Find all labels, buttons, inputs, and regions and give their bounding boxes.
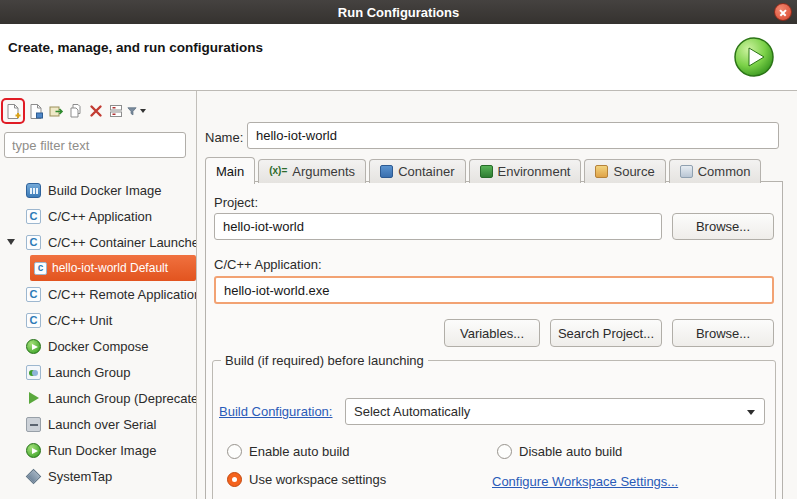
disable-auto-build-radio[interactable]: Disable auto build [497,444,622,459]
build-group-legend: Build (if required) before launching [221,353,428,368]
cpp-container-icon: C [26,235,41,250]
tree-item-label: Launch Group [48,365,130,380]
duplicate-button[interactable] [66,100,86,122]
config-editor: Name: Main (x)= Arguments Container Envi… [197,91,797,499]
tree-item-label: Build Docker Image [48,183,161,198]
tree-item-launch-group-deprecated[interactable]: Launch Group (Deprecated) [0,385,196,411]
tree-item-run-docker-image[interactable]: Run Docker Image [0,437,196,463]
build-configuration-value: Select Automatically [354,404,470,419]
application-input[interactable] [214,276,774,304]
tab-source[interactable]: Source [584,159,665,183]
project-browse-button[interactable]: Browse... [672,213,774,240]
arguments-icon: (x)= [269,165,287,178]
tab-label: Environment [498,164,571,179]
tab-label: Source [613,164,654,179]
application-label: C/C++ Application: [214,257,322,272]
new-launch-configuration-button[interactable] [3,100,23,122]
radio-icon [227,472,242,487]
radio-label: Disable auto build [519,444,622,459]
configure-workspace-settings-link[interactable]: Configure Workspace Settings... [492,474,678,489]
delete-icon [88,103,104,119]
window-title: Run Configurations [338,5,459,20]
launch-group-deprecated-icon [26,391,41,406]
cpp-unit-icon: C [26,313,41,328]
tree-item-cpp-container-launcher[interactable]: C C/C++ Container Launcher [0,229,196,255]
tree-item-cpp-unit[interactable]: C C/C++ Unit [0,307,196,333]
tree-item-label: C/C++ Container Launcher [48,235,196,250]
tree-item-build-docker-image[interactable]: Build Docker Image [0,177,196,203]
radio-label: Use workspace settings [249,472,386,487]
tree-item-systemtap[interactable]: SystemTap [0,463,196,489]
variables-button[interactable]: Variables... [444,319,540,347]
chevron-down-icon [140,109,146,113]
tree-item-launch-over-serial[interactable]: Launch over Serial [0,411,196,437]
close-icon[interactable] [774,3,792,21]
tree-item-label: hello-iot-world Default [52,261,168,275]
tree-item-docker-compose[interactable]: Docker Compose [0,333,196,359]
filter-icon [126,104,138,119]
delete-button[interactable] [86,100,106,122]
tree-item-label: C/C++ Remote Application [48,287,196,302]
export-icon [48,103,64,119]
tab-label: Common [698,164,751,179]
tab-container[interactable]: Container [369,159,465,183]
titlebar[interactable]: Run Configurations [0,0,797,24]
tree-item-label: SystemTap [48,469,112,484]
systemtap-icon [26,469,41,484]
tree-item-launch-group[interactable]: Launch Group [0,359,196,385]
build-before-launch-group: Build (if required) before launching Bui… [212,353,776,499]
launch-serial-icon [26,417,41,432]
build-configuration-link[interactable]: Build Configuration: [219,404,332,419]
common-icon [680,165,693,178]
project-input[interactable] [214,213,662,240]
launch-group-icon [26,365,41,380]
launch-toolbar [3,100,146,122]
container-icon [380,165,393,178]
enable-auto-build-radio[interactable]: Enable auto build [227,444,349,459]
tree-item-cpp-remote-application[interactable]: C C/C++ Remote Application [0,281,196,307]
dialog-header: Create, manage, and run configurations [0,24,797,91]
tree-item-label: C/C++ Unit [48,313,112,328]
environment-icon [480,165,493,178]
radio-icon [497,444,512,459]
collapse-all-button[interactable] [106,100,126,122]
build-docker-image-icon [26,183,41,198]
tab-label: Container [398,164,454,179]
new-config-icon [5,103,21,120]
cpp-application-icon: C [26,209,41,224]
new-prototype-icon [28,103,44,120]
tab-common[interactable]: Common [669,159,762,183]
export-button[interactable] [46,100,66,122]
tree-item-label: Run Docker Image [48,443,156,458]
filter-menu-button[interactable] [126,100,146,122]
tab-environment[interactable]: Environment [469,159,582,183]
tab-arguments[interactable]: (x)= Arguments [258,159,366,183]
application-browse-button[interactable]: Browse... [672,319,774,347]
new-prototype-button[interactable] [26,100,46,122]
tree-item-label: C/C++ Application [48,209,152,224]
tree-item-cpp-application[interactable]: C C/C++ Application [0,203,196,229]
tab-main[interactable]: Main [205,157,255,184]
run-configurations-dialog: Run Configurations Create, manage, and r… [0,0,797,499]
radio-icon [227,444,242,459]
run-docker-image-icon [26,443,41,458]
use-workspace-settings-radio[interactable]: Use workspace settings [227,472,386,487]
duplicate-icon [68,103,84,119]
filter-input[interactable] [4,132,186,158]
build-configuration-select[interactable]: Select Automatically [345,398,765,425]
application-actions: Variables... Search Project... Browse... [444,319,774,347]
cpp-remote-icon: C [26,287,41,302]
collapse-all-icon [108,103,124,119]
name-input[interactable] [247,122,779,149]
tree-item-label: Docker Compose [48,339,148,354]
search-project-button[interactable]: Search Project... [550,319,662,347]
name-label: Name: [205,130,243,145]
launch-config-sidebar: Build Docker Image C C/C++ Application C… [0,91,197,499]
tree-item-hello-iot-world-default[interactable]: c hello-iot-world Default [30,255,196,281]
config-tabs: Main (x)= Arguments Container Environmen… [205,157,783,183]
tree-item-label: Launch over Serial [48,417,156,432]
launch-config-tree: Build Docker Image C C/C++ Application C… [0,177,196,499]
expand-arrow-icon[interactable] [7,239,15,245]
docker-compose-icon [26,339,41,354]
source-icon [595,165,608,178]
